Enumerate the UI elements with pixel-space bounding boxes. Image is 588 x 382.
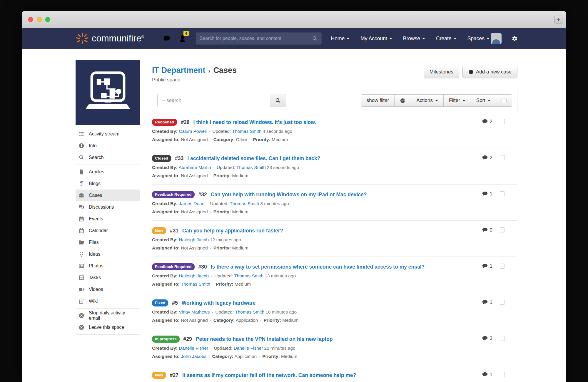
created-by-link[interactable]: Abraham Martin	[178, 165, 211, 170]
nav-link-my-account[interactable]: My Account	[360, 36, 392, 42]
created-by-link[interactable]: Vinay Mathews	[179, 309, 210, 314]
case-title-link[interactable]: Is there a way to set permissions where …	[211, 264, 425, 270]
sidebar-item-calendar[interactable]: Calendar	[76, 225, 140, 237]
case-select-checkbox[interactable]	[500, 155, 505, 160]
communifire-logo[interactable]: communifire®	[76, 32, 144, 45]
space-logo[interactable]	[76, 60, 140, 125]
sidebar-item-photos[interactable]: Photos	[76, 260, 140, 272]
minimize-window-button[interactable]	[37, 17, 42, 22]
case-select-checkbox[interactable]	[500, 300, 505, 305]
comments-indicator[interactable]: 1	[482, 263, 492, 269]
messages-button[interactable]	[163, 35, 171, 43]
settings-button[interactable]	[512, 36, 518, 42]
sidebar-item-leave-this-space[interactable]: Leave this space	[76, 321, 140, 333]
case-title-link[interactable]: I accidentally deleted some files. Can I…	[187, 155, 320, 162]
comments-indicator[interactable]: 1	[482, 371, 492, 378]
comments-indicator[interactable]: 1	[482, 191, 492, 197]
chevron-down-icon	[462, 100, 465, 101]
case-search-button[interactable]	[270, 94, 286, 107]
dashboard-button[interactable]	[394, 94, 411, 107]
updated-by-link[interactable]: Thomas Smith	[235, 309, 264, 314]
notifications-button[interactable]: 4	[178, 35, 186, 43]
case-title-link[interactable]: Can you help my applications run faster?	[182, 228, 283, 234]
case-title-link[interactable]: Can you help with running Windows on my …	[211, 192, 367, 198]
case-select-checkbox[interactable]	[500, 227, 505, 232]
chat-bubble-icon	[163, 35, 171, 43]
nav-link-home[interactable]: Home	[331, 36, 350, 42]
sidebar-item-ideas[interactable]: Ideas	[76, 248, 140, 260]
case-title-link[interactable]: Peter needs to have the VPN installed on…	[196, 336, 333, 342]
updated-by-link[interactable]: Thomas Smith	[230, 201, 259, 206]
case-select-checkbox[interactable]	[500, 264, 505, 269]
folder-icon	[78, 239, 84, 245]
sort-dropdown[interactable]: Sort	[471, 94, 496, 107]
close-window-button[interactable]	[28, 17, 33, 22]
case-row: Feedback Required #30 Is there a way to …	[152, 257, 517, 293]
created-by-link[interactable]: Danelle Fisher	[179, 346, 208, 351]
created-by-link[interactable]: Haileigh Jacob	[179, 273, 209, 278]
global-search-input[interactable]	[200, 36, 312, 41]
created-by-link[interactable]: James Dean	[179, 201, 204, 206]
navbar-links: HomeMy AccountBrowseCreateSpaces	[331, 36, 490, 42]
assigned-to-value[interactable]: John Jacobs	[181, 354, 206, 359]
case-select-checkbox[interactable]	[500, 336, 505, 341]
created-by-link[interactable]: Haileigh Jacob	[179, 237, 209, 242]
breadcrumb-space-link[interactable]: IT Department	[152, 66, 206, 75]
updated-time: 8 minutes ago	[260, 201, 289, 206]
add-new-case-button[interactable]: Add a new case	[462, 66, 517, 78]
assigned-to-value[interactable]: Thomas Smith	[181, 282, 210, 286]
case-meta-details: Assigned to: Not Assigned·Category: Othe…	[152, 137, 517, 142]
comments-indicator[interactable]: 1	[482, 299, 492, 305]
sidebar-item-activity-stream[interactable]: Activity stream	[76, 128, 140, 140]
nav-link-browse[interactable]: Browse	[403, 36, 425, 42]
case-title-link[interactable]: It seems as if my computer fell off the …	[182, 372, 356, 378]
case-select-checkbox[interactable]	[500, 191, 505, 196]
sidebar-item-events[interactable]: Events	[76, 213, 140, 225]
comments-indicator[interactable]: 0	[482, 227, 492, 233]
comment-icon	[482, 118, 488, 125]
status-badge: Feedback Required	[152, 191, 195, 198]
sidebar-item-discussions[interactable]: Discussions	[76, 201, 140, 213]
updated-by-link[interactable]: Thomas Smith	[234, 273, 263, 278]
case-row: New #31 Can you help my applications run…	[152, 221, 517, 257]
sidebar-item-stop-daily-activity-email[interactable]: Stop daily activity email	[76, 310, 140, 321]
search-icon[interactable]	[312, 36, 318, 41]
case-number: #27	[170, 372, 178, 378]
sidebar-item-videos[interactable]: Videos	[76, 284, 140, 295]
comments-indicator[interactable]: 2	[482, 155, 492, 161]
comments-indicator[interactable]: 3	[482, 335, 492, 341]
user-avatar[interactable]	[491, 33, 502, 44]
actions-dropdown[interactable]: Actions	[411, 94, 444, 107]
assigned-to-value: Not Assigned	[181, 245, 208, 250]
sidebar-item-blogs[interactable]: Blogs	[76, 178, 140, 190]
created-by-link[interactable]: Calum Powell	[179, 129, 207, 134]
filter-dropdown[interactable]: Filter	[443, 94, 471, 107]
sidebar-item-search[interactable]: Search	[76, 152, 140, 163]
window-expand-button[interactable]: +	[554, 16, 562, 24]
sidebar-item-info[interactable]: Info	[76, 140, 140, 152]
sidebar-menu: Activity stream Info Search Articles Blo…	[76, 127, 140, 335]
case-select-checkbox[interactable]	[500, 372, 505, 377]
case-title-link[interactable]: Working with legacy hardware	[182, 300, 256, 306]
comments-indicator[interactable]: 2	[482, 118, 492, 125]
sidebar-item-articles[interactable]: Articles	[76, 166, 140, 178]
sidebar-item-tasks[interactable]: Tasks	[76, 272, 140, 284]
zoom-window-button[interactable]	[45, 17, 50, 22]
sidebar-item-wiki[interactable]: Wiki	[76, 295, 140, 307]
space-type-label: Public space	[152, 77, 237, 83]
updated-by-link[interactable]: Thomas Smith	[232, 129, 261, 134]
show-filter-button[interactable]: show filter	[361, 94, 395, 107]
nav-link-create[interactable]: Create	[436, 36, 457, 42]
chevron-down-icon	[454, 38, 457, 39]
milestones-button[interactable]: Milestones	[424, 66, 459, 78]
updated-by-link[interactable]: Danelle Fisher	[234, 346, 263, 351]
sidebar-item-files[interactable]: Files	[76, 237, 140, 248]
case-title-link[interactable]: I think I need to reload Windows. It's j…	[193, 119, 316, 125]
case-select-checkbox[interactable]	[500, 119, 505, 124]
comment-icon	[482, 263, 488, 269]
select-all-checkbox[interactable]	[502, 98, 507, 103]
nav-link-spaces[interactable]: Spaces	[467, 36, 490, 42]
updated-by-link[interactable]: Thomas Smith	[236, 165, 266, 170]
sidebar-item-cases[interactable]: Cases	[76, 190, 140, 201]
case-search-input[interactable]	[157, 94, 270, 107]
